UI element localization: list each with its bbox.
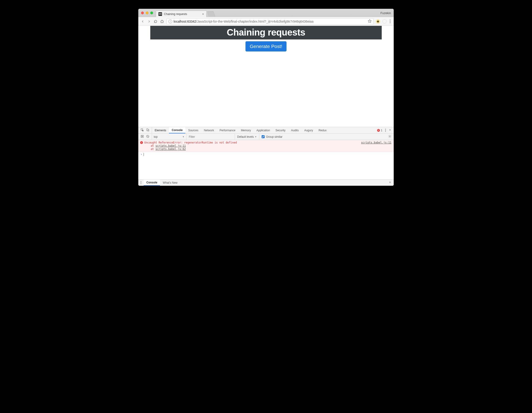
address-bar[interactable]: i localhost:63342/JavaScript-for-the-Web… — [166, 18, 374, 25]
console-prompt[interactable]: › — [138, 152, 394, 157]
close-tab-icon[interactable]: × — [202, 12, 204, 16]
group-similar-input[interactable] — [262, 135, 265, 138]
drawer-menu-icon[interactable] — [138, 181, 144, 184]
browser-window: WS Chaining requests × Fuzekin i localho… — [138, 9, 394, 186]
log-levels-selector[interactable]: Default levels ▼ — [235, 134, 259, 140]
group-similar-checkbox[interactable]: Group similar — [259, 134, 285, 140]
devtools-drawer: Console What's New — [138, 179, 394, 186]
tab-sources[interactable]: Sources — [185, 127, 201, 133]
page-title: Chaining requests — [150, 27, 382, 38]
devtools-menu-icon[interactable] — [385, 129, 386, 132]
error-count: 1 — [381, 129, 382, 132]
page-header: Chaining requests — [150, 26, 382, 39]
prompt-caret-icon: › — [141, 153, 142, 156]
extension-icon[interactable] — [376, 19, 380, 24]
browser-tab[interactable]: WS Chaining requests × — [156, 11, 207, 17]
generate-post-button[interactable]: Generate Post! — [246, 41, 286, 51]
context-value: top — [154, 135, 158, 138]
chevron-down-icon: ▼ — [255, 136, 257, 138]
new-tab-button[interactable] — [207, 11, 215, 17]
profile-name[interactable]: Fuzekin — [380, 9, 391, 17]
tab-performance[interactable]: Performance — [217, 127, 238, 133]
context-selector[interactable]: top ▼ — [152, 134, 187, 140]
error-icon: ✕ — [140, 141, 143, 144]
filter-input[interactable] — [187, 134, 235, 140]
minimize-window-button[interactable] — [146, 11, 148, 14]
console-toolbar: top ▼ Default levels ▼ Group similar — [138, 134, 394, 140]
device-toggle-icon[interactable] — [146, 128, 149, 132]
tab-augury[interactable]: Augury — [302, 127, 316, 133]
stack-link-2[interactable]: scripts.babel.js:62 — [155, 148, 186, 151]
reload-button[interactable] — [153, 19, 158, 24]
svg-rect-3 — [148, 129, 149, 131]
site-info-icon[interactable]: i — [169, 20, 172, 23]
page-viewport: Chaining requests Generate Post! — [138, 26, 394, 127]
console-sidebar-toggle-icon[interactable] — [141, 135, 144, 139]
console-settings-icon[interactable] — [386, 135, 394, 139]
chrome-menu-icon[interactable] — [389, 20, 391, 23]
drawer-tab-console[interactable]: Console — [144, 179, 160, 186]
url-text: localhost:63342/JavaScript-for-the-Web/f… — [174, 20, 367, 23]
home-button[interactable] — [160, 19, 164, 24]
error-message: Uncaught ReferenceError: regeneratorRunt… — [144, 141, 237, 151]
svg-marker-0 — [368, 19, 371, 22]
tab-memory[interactable]: Memory — [238, 127, 254, 133]
stack-link-1[interactable]: scripts.babel.js:11 — [155, 144, 186, 148]
levels-label: Default levels — [237, 135, 254, 138]
inspect-element-icon[interactable] — [141, 128, 144, 132]
error-icon: ✕ — [377, 129, 380, 132]
devtools-panel: Elements Console Sources Network Perform… — [138, 127, 394, 186]
maximize-window-button[interactable] — [150, 11, 153, 14]
console-error-row[interactable]: ✕ Uncaught ReferenceError: regeneratorRu… — [138, 140, 394, 152]
tab-security[interactable]: Security — [273, 127, 288, 133]
clear-console-icon[interactable] — [146, 135, 149, 139]
close-window-button[interactable] — [141, 11, 144, 14]
browser-toolbar: i localhost:63342/JavaScript-for-the-Web… — [138, 17, 394, 26]
tab-network[interactable]: Network — [201, 127, 217, 133]
extension-icon-2[interactable] — [382, 19, 387, 24]
svg-point-6 — [389, 136, 390, 137]
devtools-close-icon[interactable] — [389, 128, 391, 132]
group-similar-label: Group similar — [266, 135, 282, 138]
devtools-tab-bar: Elements Console Sources Network Perform… — [138, 127, 394, 134]
console-output[interactable]: ✕ Uncaught ReferenceError: regeneratorRu… — [138, 140, 394, 179]
tab-title: Chaining requests — [164, 12, 200, 16]
chevron-down-icon: ▼ — [182, 136, 184, 138]
drawer-tab-whatsnew[interactable]: What's New — [160, 179, 180, 186]
tab-console[interactable]: Console — [169, 127, 185, 133]
tab-strip: WS Chaining requests × Fuzekin — [138, 9, 394, 17]
error-count-badge[interactable]: ✕ 1 — [377, 129, 382, 132]
window-controls — [140, 9, 154, 17]
tab-application[interactable]: Application — [254, 127, 273, 133]
drawer-close-icon[interactable] — [386, 181, 394, 184]
tab-audits[interactable]: Audits — [288, 127, 302, 133]
tab-elements[interactable]: Elements — [152, 127, 169, 133]
error-source-link[interactable]: scripts.babel.js:11 — [356, 141, 391, 151]
forward-button[interactable] — [147, 19, 151, 24]
tab-redux[interactable]: Redux — [316, 127, 329, 133]
back-button[interactable] — [141, 19, 145, 24]
bookmark-star-icon[interactable] — [368, 19, 371, 24]
favicon: WS — [158, 12, 162, 16]
svg-rect-2 — [147, 129, 148, 131]
